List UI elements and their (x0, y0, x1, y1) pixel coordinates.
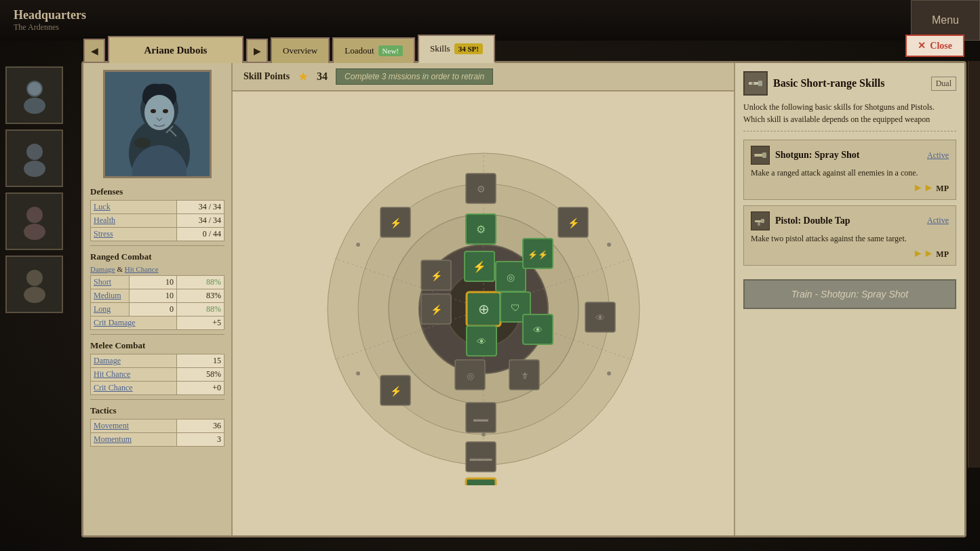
skill-node-mid-left[interactable]: ⚡ (421, 260, 451, 290)
avatar-4[interactable] (5, 256, 63, 313)
momentum-label[interactable]: Momentum (91, 433, 177, 447)
avatar-2[interactable] (5, 129, 63, 187)
svg-text:🛡: 🛡 (511, 303, 520, 313)
skill-node-bot-1[interactable]: ▬▬ (466, 403, 496, 432)
avatar-icon-1 (14, 75, 55, 116)
svg-point-7 (26, 270, 43, 286)
svg-text:⚡⚡: ⚡⚡ (528, 249, 548, 260)
medium-range-row: Medium 10 83% (91, 289, 224, 303)
skill-node-mid-top[interactable]: ⚙ (466, 214, 496, 244)
skill-node-mid-botleft[interactable]: ◎ (455, 360, 485, 390)
melee-damage-value: 15 (177, 354, 224, 368)
stress-value: 0 / 44 (177, 228, 224, 241)
stat-row-stress: Stress 0 / 44 (91, 228, 224, 241)
skill-node-mid-right[interactable]: 👁 (523, 314, 553, 344)
medium-hit: 83% (177, 289, 224, 303)
prev-character-button[interactable]: ◀ (83, 39, 105, 63)
skill-node-inner-3[interactable]: ◎ (496, 262, 526, 291)
long-label[interactable]: Long (91, 303, 130, 317)
svg-text:🗡: 🗡 (520, 371, 528, 381)
tactics-table: Movement 36 Momentum 3 (90, 419, 224, 447)
avatar-3[interactable] (5, 192, 63, 250)
svg-text:⚡: ⚡ (389, 218, 401, 229)
skill-header: Skill Points ★ 34 Complete 3 missions in… (233, 63, 734, 91)
skill-node-bot-2[interactable]: ▬▬▬ (466, 442, 496, 472)
svg-point-4 (24, 161, 45, 177)
skill-node-outer-topright[interactable]: ⚡ (558, 207, 588, 237)
skill-info-header: Basic Short-range Skills Dual (743, 71, 956, 96)
short-damage: 10 (130, 276, 177, 289)
health-label[interactable]: Health (91, 214, 177, 228)
train-button[interactable]: Train - Shotgun: Spray Shot (743, 279, 956, 309)
skill-node-mid-botright[interactable]: 🗡 (509, 360, 539, 390)
melee-hit-row: Hit Chance 58% (91, 368, 224, 382)
skill-node-outer-topleft[interactable]: ⚡ (380, 207, 410, 237)
next-character-button[interactable]: ▶ (246, 39, 268, 63)
melee-crit-label[interactable]: Crit Chance (91, 382, 177, 395)
svg-rect-80 (762, 152, 766, 158)
svg-rect-77 (758, 81, 762, 86)
skill-node-inner-4[interactable]: 👁 (467, 326, 496, 356)
skill-node-center[interactable]: ⊕ (467, 292, 501, 326)
svg-text:⚙: ⚙ (476, 224, 486, 235)
svg-text:◎: ◎ (507, 272, 515, 283)
stress-label[interactable]: Stress (91, 228, 177, 241)
movement-row: Movement 36 (91, 420, 224, 433)
health-value: 34 / 34 (177, 214, 224, 228)
skill-node-inner-1[interactable]: ⚡ (465, 251, 494, 281)
movement-label[interactable]: Movement (91, 420, 177, 433)
svg-rect-74 (466, 478, 496, 485)
main-panel: ◀ Ariane Dubois ▶ Overview Loadout New! … (81, 61, 966, 537)
svg-point-1 (24, 98, 45, 114)
svg-point-16 (134, 138, 151, 148)
tab-overview[interactable]: Overview (271, 37, 330, 63)
svg-point-14 (151, 109, 156, 113)
stat-row-health: Health 34 / 34 (91, 214, 224, 228)
svg-point-33 (482, 432, 486, 436)
svg-text:⚡: ⚡ (389, 386, 401, 397)
skill-node-outer-right[interactable]: 👁 (585, 302, 615, 332)
skill-spray-shot[interactable]: Shotgun: Spray Shot Active Make a ranged… (743, 140, 956, 200)
stats-panel: Defenses Luck 34 / 34 Health 34 / 34 Str… (83, 63, 233, 535)
double-tap-header: Pistol: Double Tap Active (751, 211, 949, 230)
luck-label[interactable]: Luck (91, 201, 177, 214)
skill-node-mid-leftbot[interactable]: ⚡ (421, 294, 451, 324)
loadout-new-badge: New! (378, 45, 403, 56)
svg-point-8 (24, 287, 45, 303)
long-damage: 0 (130, 303, 177, 317)
melee-hit-label[interactable]: Hit Chance (91, 368, 177, 382)
shotgun-icon (753, 148, 767, 162)
avatar-1[interactable] (5, 66, 63, 124)
melee-damage-label[interactable]: Damage (91, 354, 177, 368)
skill-tree-area: ⊕ ⚡ 🛡 ◎ (233, 91, 734, 526)
double-tap-type[interactable]: Active (927, 216, 949, 226)
svg-point-6 (24, 224, 45, 240)
melee-hit-value: 58% (177, 368, 224, 382)
tab-skills[interactable]: Skills 34 SP! (418, 35, 495, 63)
spray-shot-type[interactable]: Active (927, 150, 949, 161)
short-label[interactable]: Short (91, 276, 130, 289)
svg-rect-79 (754, 154, 764, 157)
medium-label[interactable]: Medium (91, 289, 130, 303)
damage-link[interactable]: Damage (90, 265, 115, 273)
sp-star-icon: ★ (298, 69, 309, 84)
defenses-table: Luck 34 / 34 Health 34 / 34 Stress 0 / 4… (90, 200, 224, 241)
crit-damage-label[interactable]: Crit Damage (91, 317, 177, 330)
retrain-button[interactable]: Complete 3 missions in order to retrain (336, 68, 493, 85)
svg-point-3 (26, 144, 43, 160)
svg-text:⚙: ⚙ (476, 184, 485, 195)
skill-node-mid-topright[interactable]: ⚡⚡ (523, 239, 553, 268)
character-name-tab: Ariane Dubois (108, 36, 243, 63)
svg-rect-84 (761, 219, 764, 223)
skill-node-outer-botleft[interactable]: ⚡ (380, 375, 410, 405)
skill-double-tap[interactable]: Pistol: Double Tap Active Make two pisto… (743, 205, 956, 266)
long-hit: 88% (177, 303, 224, 317)
svg-text:◎: ◎ (466, 371, 473, 381)
crit-damage-value: +5 (177, 317, 224, 330)
tab-loadout[interactable]: Loadout New! (332, 37, 415, 63)
hit-chance-link[interactable]: Hit Chance (125, 265, 159, 273)
close-button[interactable]: ✕ Close (905, 35, 964, 57)
spray-shot-mp-arrow: ►► (913, 182, 935, 193)
skill-node-selected[interactable]: ⬛ (466, 478, 496, 485)
skill-node-outer-top[interactable]: ⚙ (466, 174, 496, 203)
